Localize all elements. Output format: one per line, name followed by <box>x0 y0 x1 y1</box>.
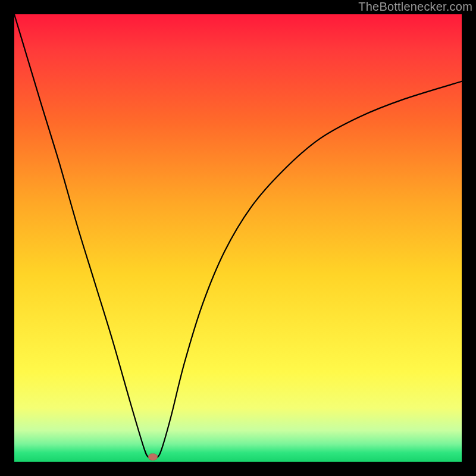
minimum-marker <box>148 453 158 461</box>
bottleneck-curve <box>14 14 462 462</box>
curve-path <box>14 14 462 458</box>
plot-area <box>14 14 462 462</box>
watermark-text: TheBottlenecker.com <box>358 0 472 14</box>
chart-frame: TheBottlenecker.com <box>0 0 476 476</box>
